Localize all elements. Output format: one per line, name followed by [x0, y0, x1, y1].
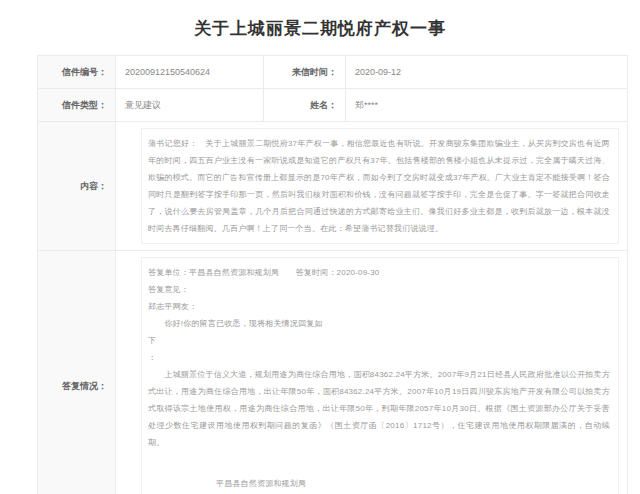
reply-unit-line: 答复单位：平昌县自然资源和规划局 答复时间：2020-09-30 — [148, 264, 610, 281]
content-text: 蒲书记您好： 关于上城丽景二期悦府37年产权一事，相信您最近也有听说。开发商骏东… — [141, 128, 619, 244]
reply-cell: 答复单位：平昌县自然资源和规划局 答复时间：2020-09-30 答复意见： 郑… — [116, 251, 628, 494]
content-cell: 蒲书记您好： 关于上城丽景二期悦府37年产权一事，相信您最近也有听说。开发商骏东… — [116, 122, 628, 251]
reply-opinion-label: 答复意见： — [148, 281, 610, 298]
field-label-letter-number: 信件编号： — [38, 56, 116, 89]
content-label: 内容： — [38, 122, 116, 251]
field-label-letter-time: 来信时间： — [264, 56, 346, 89]
table-row: 信件编号： 20200912150540624 来信时间： 2020-09-12 — [38, 56, 628, 89]
letter-detail-table: 信件编号： 20200912150540624 来信时间： 2020-09-12… — [37, 55, 628, 494]
field-value-letter-time: 2020-09-12 — [346, 56, 628, 89]
reply-body: 上城丽景位于信义大道，规划用途为商住综合用地，面积84362.24平方米。200… — [148, 366, 610, 451]
reply-salutation: 郑志平网友： — [148, 298, 610, 315]
table-row-content: 内容： 蒲书记您好： 关于上城丽景二期悦府37年产权一事，相信您最近也有听说。开… — [38, 122, 628, 251]
field-value-letter-number: 20200912150540624 — [116, 56, 264, 89]
table-row: 信件类型： 意见建议 姓名： 郑**** — [38, 89, 628, 122]
field-value-letter-type: 意见建议 — [116, 89, 264, 122]
field-value-name: 郑**** — [346, 89, 628, 122]
reply-intro-line: 下 — [148, 332, 610, 349]
reply-signature: 平昌县自然资源和规划局 — [148, 475, 610, 492]
field-label-name: 姓名： — [264, 89, 346, 122]
reply-intro-line: ： — [148, 349, 610, 366]
page-title: 关于上城丽景二期悦府产权一事 — [0, 17, 640, 40]
reply-box: 答复单位：平昌县自然资源和规划局 答复时间：2020-09-30 答复意见： 郑… — [141, 257, 619, 494]
field-label-letter-type: 信件类型： — [38, 89, 116, 122]
table-row-reply: 答复情况： 答复单位：平昌县自然资源和规划局 答复时间：2020-09-30 答… — [38, 251, 628, 494]
reply-label: 答复情况： — [38, 251, 116, 494]
reply-intro-line: 你好!你的留言已收悉，现将相关情况回复如 — [148, 315, 610, 332]
